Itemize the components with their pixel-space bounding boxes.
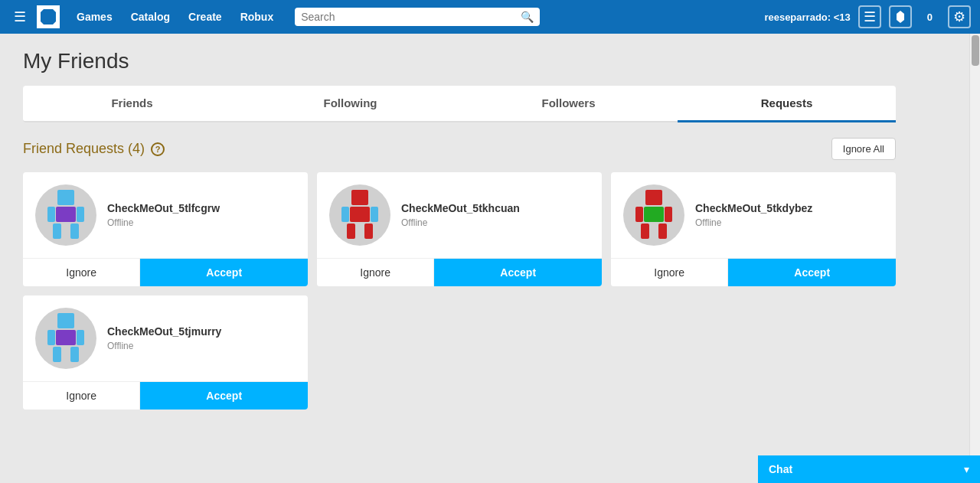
avatar [35, 184, 96, 246]
figure-left-arm [47, 207, 55, 222]
figure-left-arm [341, 207, 349, 222]
scrollbar-thumb[interactable] [972, 35, 979, 66]
nav-link-games[interactable]: Games [69, 6, 120, 28]
figure-right-leg [658, 224, 667, 239]
figure-body [350, 207, 370, 222]
info-icon[interactable]: ? [151, 142, 165, 156]
search-input[interactable] [301, 11, 516, 23]
avatar [329, 184, 390, 246]
accept-button[interactable]: Accept [140, 382, 308, 410]
figure-left-arm [635, 207, 643, 222]
figure-right-arm [77, 207, 84, 222]
section-header: Friend Requests (4) ? Ignore All [23, 138, 896, 160]
logo-shape [41, 9, 56, 24]
page-title: My Friends [23, 49, 896, 73]
ignore-button[interactable]: Ignore [317, 259, 434, 286]
card-status: Offline [401, 217, 590, 228]
card-actions: Ignore Accept [23, 381, 308, 410]
friend-request-card: CheckMeOut_5tkdybez Offline Ignore Accep… [611, 172, 896, 286]
figure-body [644, 207, 664, 222]
figure-left-leg [53, 224, 61, 239]
tab-requests[interactable]: Requests [678, 86, 896, 122]
avatar [35, 308, 96, 369]
ignore-button[interactable]: Ignore [23, 382, 140, 410]
figure-right-arm [665, 207, 672, 222]
card-actions: Ignore Accept [317, 258, 602, 286]
card-username: CheckMeOut_5tkhcuan [401, 202, 590, 214]
card-body: CheckMeOut_5tjmurry Offline [23, 295, 308, 381]
nav-link-robux[interactable]: Robux [233, 6, 282, 28]
accept-button[interactable]: Accept [140, 259, 308, 286]
avatar [623, 184, 684, 246]
chat-chevron-icon: ▾ [964, 463, 969, 475]
card-body: CheckMeOut_5tkhcuan Offline [317, 172, 602, 258]
roblox-figure [43, 312, 89, 365]
figure-left-leg [53, 347, 61, 362]
card-actions: Ignore Accept [23, 258, 308, 286]
friend-requests-grid: CheckMeOut_5tlfcgrw Offline Ignore Accep… [23, 172, 896, 410]
friend-request-card: CheckMeOut_5tjmurry Offline Ignore Accep… [23, 295, 308, 410]
card-status: Offline [695, 217, 884, 228]
messages-icon[interactable]: ☰ [858, 5, 881, 28]
card-body: CheckMeOut_5tlfcgrw Offline [23, 172, 308, 258]
svg-marker-0 [897, 11, 904, 23]
tab-friends[interactable]: Friends [23, 86, 241, 122]
section-title-text: Friend Requests (4) [23, 141, 145, 157]
figure-head [57, 190, 74, 205]
roblox-figure [337, 188, 383, 242]
roblox-logo[interactable] [37, 5, 60, 28]
search-icon[interactable]: 🔍 [521, 11, 534, 23]
main-content: My Friends Friends Following Followers R… [0, 34, 919, 425]
ignore-all-button[interactable]: Ignore All [831, 138, 896, 160]
figure-left-leg [641, 224, 649, 239]
friend-request-card: CheckMeOut_5tlfcgrw Offline Ignore Accep… [23, 172, 308, 286]
chat-bar-label: Chat [769, 463, 792, 475]
ignore-button[interactable]: Ignore [611, 259, 728, 286]
figure-right-arm [371, 207, 378, 222]
accept-button[interactable]: Accept [728, 259, 896, 286]
search-bar: 🔍 [295, 8, 540, 26]
card-username: CheckMeOut_5tlfcgrw [107, 202, 296, 214]
scrollbar-track[interactable] [969, 34, 980, 455]
figure-right-leg [70, 347, 79, 362]
card-info: CheckMeOut_5tkhcuan Offline [401, 202, 590, 228]
nav-right: reeseparrado: <13 ☰ 0 ⚙ [764, 5, 971, 28]
robux-count[interactable]: 0 [920, 7, 940, 28]
figure-right-leg [364, 224, 373, 239]
card-body: CheckMeOut_5tkdybez Offline [611, 172, 896, 258]
figure-left-arm [47, 330, 55, 345]
tab-followers[interactable]: Followers [459, 86, 678, 122]
nav-link-create[interactable]: Create [181, 6, 230, 28]
hamburger-menu-icon[interactable]: ☰ [9, 5, 31, 28]
card-info: CheckMeOut_5tjmurry Offline [107, 325, 296, 351]
figure-right-leg [70, 224, 79, 239]
figure-head [645, 190, 662, 205]
figure-right-arm [77, 330, 84, 345]
tab-following[interactable]: Following [241, 86, 459, 122]
card-info: CheckMeOut_5tlfcgrw Offline [107, 202, 296, 228]
figure-head [57, 313, 74, 328]
figure-body [56, 330, 76, 345]
figure-body [56, 207, 76, 222]
tabs-container: Friends Following Followers Requests [23, 86, 896, 122]
username-display[interactable]: reeseparrado: <13 [764, 11, 850, 23]
section-title: Friend Requests (4) ? [23, 141, 165, 157]
friend-request-card: CheckMeOut_5tkhcuan Offline Ignore Accep… [317, 172, 602, 286]
card-username: CheckMeOut_5tkdybez [695, 202, 884, 214]
card-info: CheckMeOut_5tkdybez Offline [695, 202, 884, 228]
card-status: Offline [107, 217, 296, 228]
card-status: Offline [107, 341, 296, 351]
navbar: ☰ Games Catalog Create Robux 🔍 reeseparr… [0, 0, 980, 34]
robux-icon[interactable] [889, 5, 912, 28]
nav-links: Games Catalog Create Robux [69, 6, 281, 28]
accept-button[interactable]: Accept [434, 259, 602, 286]
nav-link-catalog[interactable]: Catalog [123, 6, 178, 28]
ignore-button[interactable]: Ignore [23, 259, 140, 286]
roblox-figure [43, 188, 89, 242]
figure-head [351, 190, 368, 205]
roblox-figure [631, 188, 677, 242]
chat-bar[interactable]: Chat ▾ [758, 455, 980, 483]
settings-icon[interactable]: ⚙ [948, 5, 971, 28]
figure-left-leg [347, 224, 355, 239]
card-username: CheckMeOut_5tjmurry [107, 325, 296, 338]
